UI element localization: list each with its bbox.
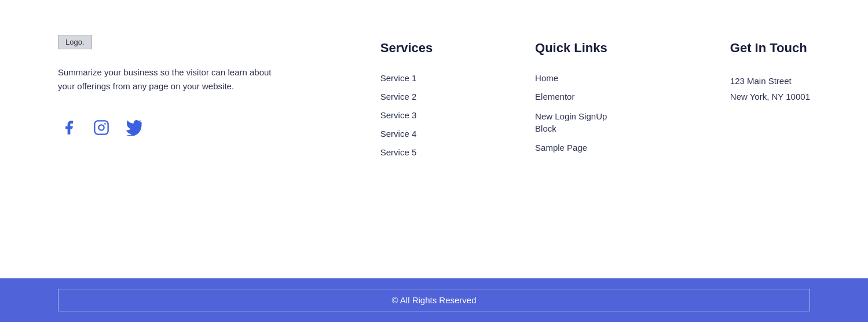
footer-bottom: © All Rights Reserved [0,278,868,322]
twitter-icon[interactable] [123,117,145,139]
elementor-link[interactable]: Elementor [535,92,574,101]
facebook-icon[interactable] [58,117,80,139]
contact-heading: Get In Touch [730,41,810,56]
list-item: Service 3 [380,110,433,121]
service-4-link[interactable]: Service 4 [380,129,417,139]
list-item: Service 4 [380,129,433,139]
svg-point-1 [98,125,104,130]
home-link[interactable]: Home [535,73,558,83]
col-quicklinks: Quick Links Home Elementor New Login Sig… [535,35,628,244]
service-1-link[interactable]: Service 1 [380,73,417,83]
list-item: Service 1 [380,73,433,84]
copyright-text: © All Rights Reserved [391,295,476,305]
instagram-icon[interactable] [90,117,112,139]
col-about: Logo. Summarize your business so the vis… [58,35,278,244]
footer-bottom-inner: © All Rights Reserved [58,289,810,311]
services-list: Service 1 Service 2 Service 3 Service 4 … [380,73,433,158]
service-2-link[interactable]: Service 2 [380,92,417,101]
list-item: Home [535,73,628,84]
list-item: Service 2 [380,92,433,102]
logo-box: Logo. [58,35,92,49]
quicklinks-list: Home Elementor New Login SignUp Block Sa… [535,73,628,153]
svg-rect-0 [94,121,108,134]
address-line2: New York, NY 10001 [730,89,810,104]
social-icons [58,117,278,139]
address-line1: 123 Main Street [730,73,810,89]
footer-main: Logo. Summarize your business so the vis… [0,0,868,278]
service-3-link[interactable]: Service 3 [380,110,417,120]
quicklinks-heading: Quick Links [535,41,628,56]
services-heading: Services [380,41,433,56]
col-contact: Get In Touch 123 Main Street New York, N… [730,35,810,244]
list-item: Sample Page [535,143,628,153]
list-item: New Login SignUp Block [535,110,628,135]
list-item: Service 5 [380,147,433,158]
col-services: Services Service 1 Service 2 Service 3 S… [380,35,433,244]
svg-point-2 [104,123,106,125]
about-text: Summarize your business so the visitor c… [58,66,278,93]
sample-page-link[interactable]: Sample Page [535,143,587,153]
logo-label: Logo. [65,38,85,46]
login-signup-link[interactable]: New Login SignUp Block [535,110,628,135]
contact-address: 123 Main Street New York, NY 10001 [730,73,810,104]
list-item: Elementor [535,92,628,102]
service-5-link[interactable]: Service 5 [380,147,417,157]
